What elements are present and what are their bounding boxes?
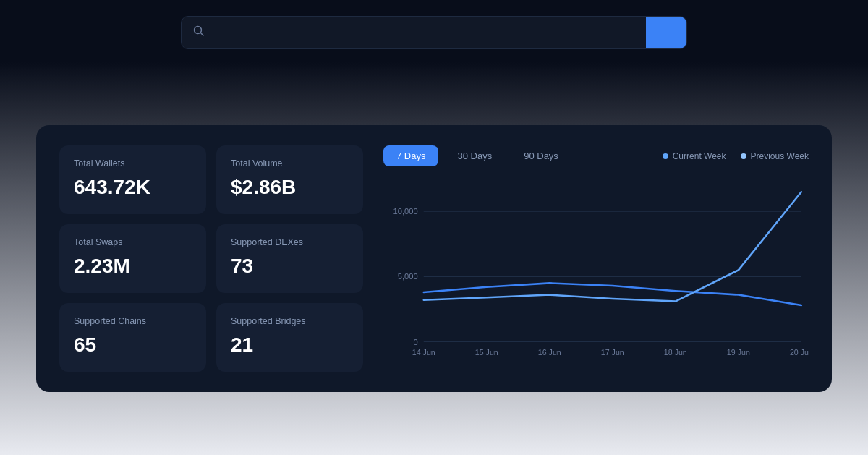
stat-value: 21 xyxy=(231,333,349,357)
legend-item: Previous Week xyxy=(741,151,809,161)
top-bar xyxy=(0,0,868,62)
stat-card-total-volume: Total Volume $2.86B xyxy=(216,145,363,214)
svg-text:5,000: 5,000 xyxy=(398,273,418,281)
search-input[interactable] xyxy=(213,17,646,48)
search-icon xyxy=(182,25,213,40)
stat-card-supported-chains: Supported Chains 65 xyxy=(59,303,206,372)
stat-label: Total Volume xyxy=(231,158,349,169)
chart-legend: Current WeekPrevious Week xyxy=(663,151,809,161)
chart-area: 05,00010,00014 Jun15 Jun16 Jun17 Jun18 J… xyxy=(383,178,809,372)
stat-value: 643.72K xyxy=(74,176,192,199)
stat-card-total-swaps: Total Swaps 2.23M xyxy=(59,224,206,293)
search-button[interactable] xyxy=(646,17,686,48)
stat-label: Total Wallets xyxy=(74,158,192,169)
stat-label: Supported DEXes xyxy=(231,237,349,247)
svg-text:16 Jun: 16 Jun xyxy=(538,348,561,357)
svg-text:0: 0 xyxy=(413,338,417,346)
svg-text:19 Jun: 19 Jun xyxy=(727,348,750,357)
stat-value: 73 xyxy=(231,255,349,278)
stat-card-supported-dexes: Supported DEXes 73 xyxy=(216,224,363,293)
main-content: Total Wallets 643.72K Total Volume $2.86… xyxy=(0,62,868,455)
stat-card-supported-bridges: Supported Bridges 21 xyxy=(216,303,363,372)
svg-text:18 Jun: 18 Jun xyxy=(664,348,687,357)
stat-value: 2.23M xyxy=(74,255,192,278)
svg-text:10,000: 10,000 xyxy=(393,208,418,216)
svg-text:14 Jun: 14 Jun xyxy=(412,348,435,357)
time-btn-7-days[interactable]: 7 Days xyxy=(383,145,438,166)
svg-text:20 Jun: 20 Jun xyxy=(790,348,809,357)
chart-controls: 7 Days30 Days90 DaysCurrent WeekPrevious… xyxy=(383,145,809,166)
svg-text:15 Jun: 15 Jun xyxy=(475,348,498,357)
legend-item: Current Week xyxy=(663,151,726,161)
dashboard-card: Total Wallets 643.72K Total Volume $2.86… xyxy=(36,125,832,392)
stat-value: $2.86B xyxy=(231,176,349,199)
stat-value: 65 xyxy=(74,333,192,357)
stat-label: Supported Chains xyxy=(74,316,192,326)
search-bar xyxy=(181,16,687,49)
chart-section: 7 Days30 Days90 DaysCurrent WeekPrevious… xyxy=(383,145,809,372)
time-btn-90-days[interactable]: 90 Days xyxy=(511,145,571,166)
time-btn-30-days[interactable]: 30 Days xyxy=(444,145,505,166)
stat-card-total-wallets: Total Wallets 643.72K xyxy=(59,145,206,214)
stat-label: Supported Bridges xyxy=(231,316,349,326)
svg-text:17 Jun: 17 Jun xyxy=(601,348,624,357)
svg-line-1 xyxy=(201,33,204,36)
stat-label: Total Swaps xyxy=(74,237,192,247)
stats-grid: Total Wallets 643.72K Total Volume $2.86… xyxy=(59,145,363,372)
